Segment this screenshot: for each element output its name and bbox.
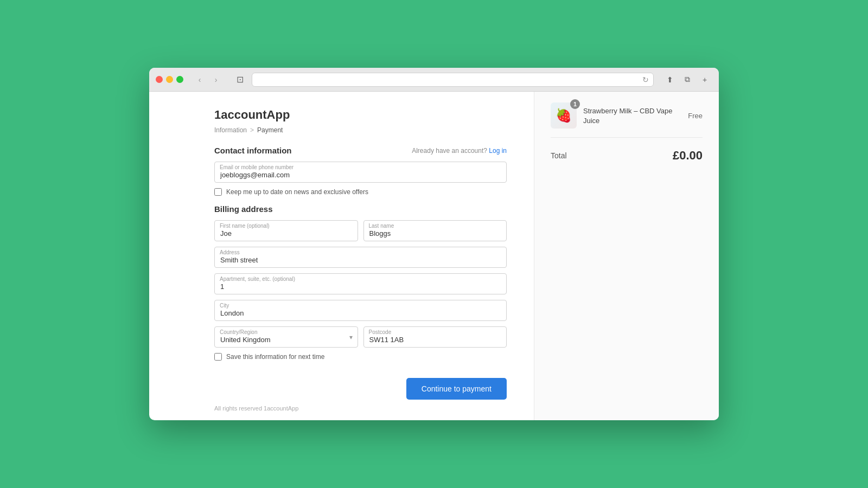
name-row: First name (optional) Last name (214, 220, 507, 247)
minimize-button[interactable] (166, 76, 173, 83)
total-amount: £0.00 (673, 149, 703, 163)
total-label: Total (551, 151, 567, 160)
country-select-wrapper: Country/Region United Kingdom United Sta… (214, 326, 358, 348)
first-name-wrapper: First name (optional) (214, 220, 358, 241)
duplicate-button[interactable]: ⧉ (680, 74, 695, 86)
save-info-checkbox-row: Save this information for next time (214, 353, 507, 361)
contact-section-title: Contact information (214, 146, 292, 155)
last-name-label: Last name (369, 223, 394, 229)
city-group: City (214, 300, 507, 321)
checkout-form-panel: 1accountApp Information > Payment Contac… (149, 92, 534, 420)
product-emoji: 🍓 (556, 108, 572, 123)
login-link[interactable]: Log in (489, 147, 507, 155)
city-input[interactable] (214, 300, 507, 321)
close-button[interactable] (156, 76, 163, 83)
app-title: 1accountApp (214, 108, 507, 122)
refresh-icon[interactable]: ↻ (642, 75, 649, 84)
url-bar[interactable]: ↻ (252, 73, 654, 87)
first-name-label: First name (optional) (220, 223, 270, 229)
last-name-group: Last name (363, 220, 507, 241)
nav-buttons: ‹ › (192, 74, 224, 86)
country-postcode-row: Country/Region United Kingdom United Sta… (214, 326, 507, 353)
newsletter-checkbox-row: Keep me up to date on news and exclusive… (214, 188, 507, 196)
save-info-checkbox[interactable] (214, 353, 222, 361)
city-wrapper: City (214, 300, 507, 321)
breadcrumb-payment: Payment (257, 126, 283, 134)
product-price: Free (688, 112, 703, 120)
back-button[interactable]: ‹ (192, 74, 207, 86)
breadcrumb-information[interactable]: Information (214, 126, 247, 134)
address-label: Address (220, 249, 240, 255)
new-tab-button[interactable]: + (697, 74, 712, 86)
address-wrapper: Address (214, 247, 507, 268)
browser-window: ‹ › ⊡ ↻ ⬆ ⧉ + 1accountApp Information > … (149, 68, 719, 420)
postcode-wrapper: Postcode (363, 326, 507, 348)
browser-titlebar: ‹ › ⊡ ↻ ⬆ ⧉ + (149, 68, 719, 92)
product-name: Strawberry Milk – CBD Vape Juice (583, 107, 672, 125)
breadcrumb-separator: > (250, 126, 254, 134)
browser-content: 1accountApp Information > Payment Contac… (149, 92, 719, 420)
footer-text: All rights reserved 1accountApp (214, 400, 507, 412)
product-info: Strawberry Milk – CBD Vape Juice (583, 106, 681, 125)
apartment-wrapper: Apartment, suite, etc. (optional) (214, 273, 507, 294)
sidebar-button[interactable]: ⊡ (232, 74, 247, 86)
address-group: Address (214, 247, 507, 268)
product-badge: 1 (570, 99, 580, 109)
country-group: Country/Region United Kingdom United Sta… (214, 326, 358, 348)
order-total-row: Total £0.00 (551, 146, 703, 163)
traffic-lights (156, 76, 183, 83)
last-name-wrapper: Last name (363, 220, 507, 241)
billing-section-title: Billing address (214, 204, 507, 214)
login-prompt: Already have an account? Log in (412, 147, 507, 155)
postcode-group: Postcode (363, 326, 507, 348)
country-select[interactable]: United Kingdom United States Germany Fra… (214, 326, 358, 348)
city-label: City (220, 303, 229, 309)
order-item: 🍓 1 Strawberry Milk – CBD Vape Juice Fre… (551, 102, 703, 138)
first-name-group: First name (optional) (214, 220, 358, 241)
fullscreen-button[interactable] (176, 76, 183, 83)
save-info-label: Save this information for next time (226, 353, 324, 361)
apartment-group: Apartment, suite, etc. (optional) (214, 273, 507, 294)
share-button[interactable]: ⬆ (662, 74, 678, 86)
breadcrumb: Information > Payment (214, 126, 507, 134)
apartment-label: Apartment, suite, etc. (optional) (220, 276, 295, 282)
order-summary-panel: 🍓 1 Strawberry Milk – CBD Vape Juice Fre… (534, 92, 719, 420)
newsletter-label: Keep me up to date on news and exclusive… (226, 188, 368, 196)
email-input-wrapper: Email or mobile phone number (214, 162, 507, 183)
email-label: Email or mobile phone number (220, 164, 293, 170)
already-account-text: Already have an account? (412, 147, 487, 155)
product-image-container: 🍓 1 (551, 102, 577, 129)
forward-button[interactable]: › (208, 74, 224, 86)
email-field-group: Email or mobile phone number (214, 162, 507, 183)
newsletter-checkbox[interactable] (214, 188, 222, 196)
browser-actions: ⬆ ⧉ + (662, 74, 712, 86)
address-input[interactable] (214, 247, 507, 268)
continue-to-payment-button[interactable]: Continue to payment (406, 378, 507, 400)
contact-section-header: Contact information Already have an acco… (214, 146, 507, 155)
postcode-label: Postcode (369, 329, 392, 335)
